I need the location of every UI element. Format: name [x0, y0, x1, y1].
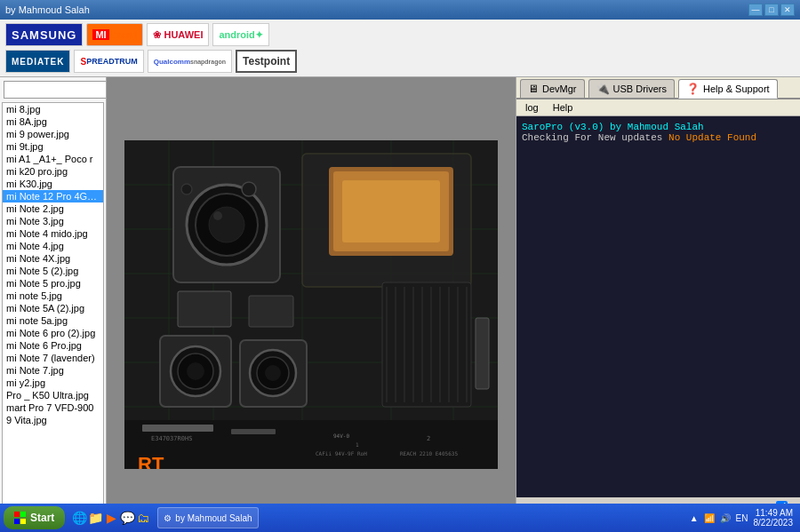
taskbar-app-label: by Mahmoud Salah — [175, 513, 252, 523]
body-area: ▼ mi 8.jpgmi 8A.jpgmi 9 power.jpgmi 9t.j… — [0, 77, 800, 532]
testpoint-logo[interactable]: Testpoint — [236, 50, 297, 73]
tab-devmgr-label: DevMgr — [542, 83, 577, 94]
file-item[interactable]: mi Note 5 (2).jpg — [3, 265, 103, 277]
tab-usb[interactable]: 🔌 USB Drivers — [588, 79, 676, 98]
brand-logos-row1: SAMSUNG MI xiaomi ❀ HUAWEI android ✦ — [5, 23, 795, 46]
start-label: Start — [30, 512, 54, 524]
tab-help-label: Help & Support — [703, 83, 770, 94]
close-button[interactable]: ✕ — [780, 4, 795, 16]
log-checking-text: Checking For New updates — [522, 132, 668, 143]
maximize-button[interactable]: □ — [764, 4, 779, 16]
center-panel: E347037R0HS 94V-0 1 2 CAFii 94V-9F RoH R… — [107, 77, 516, 532]
clock-time: 11:49 AM — [754, 508, 794, 518]
start-button[interactable]: Start — [4, 506, 65, 529]
file-item[interactable]: mi k20 pro.jpg — [3, 165, 103, 178]
title-bar: by Mahmoud Salah — □ ✕ — [0, 0, 800, 20]
file-item[interactable]: 9 Vita.jpg — [3, 414, 103, 426]
volume-icon: 🔊 — [720, 513, 731, 523]
svg-point-18 — [181, 184, 192, 195]
mediatek-logo[interactable]: MEDIATEK — [5, 50, 70, 73]
svg-rect-35 — [231, 429, 276, 434]
media-icon[interactable]: ▶ — [104, 511, 118, 525]
chat-icon[interactable]: 💬 — [120, 511, 134, 525]
file-item[interactable]: mi Note 5 pro.jpg — [3, 277, 103, 290]
file-item[interactable]: mi 9t.jpg — [3, 140, 103, 153]
svg-point-32 — [265, 365, 281, 381]
file-item[interactable]: mi Note 3.jpg — [3, 215, 103, 227]
svg-rect-24 — [249, 296, 293, 327]
minimize-button[interactable]: — — [748, 4, 763, 16]
language-indicator[interactable]: EN — [736, 513, 748, 523]
quick-launch: 🌐 📁 ▶ 💬 🗂 — [68, 511, 154, 525]
taskbar: Start 🌐 📁 ▶ 💬 🗂 ⚙ by Mahmoud Salah ▲ 📶 🔊… — [0, 504, 800, 532]
xiaomi-logo[interactable]: MI xiaomi — [86, 23, 143, 46]
spreadtrum-logo[interactable]: SPREADTRUM — [74, 50, 143, 73]
folder-icon[interactable]: 🗂 — [136, 511, 150, 525]
file-item[interactable]: mi Note 5A (2).jpg — [3, 302, 103, 314]
svg-text:CAFii 94V-9F RoH: CAFii 94V-9F RoH — [316, 450, 367, 457]
file-item[interactable]: mi Note 6 pro (2).jpg — [3, 327, 103, 339]
file-item[interactable]: mi Note 4X.jpg — [3, 252, 103, 265]
help-icon: ❓ — [686, 83, 700, 95]
svg-point-15 — [209, 207, 244, 242]
file-item[interactable]: Pro _ K50 Ultra.jpg — [3, 389, 103, 401]
tray-arrow[interactable]: ▲ — [690, 513, 699, 523]
file-item[interactable]: mi 8A.jpg — [3, 115, 103, 128]
android-logo[interactable]: android ✦ — [212, 23, 268, 46]
file-item[interactable]: mi Note 2.jpg — [3, 202, 103, 215]
file-item[interactable]: mi note 5a.jpg — [3, 314, 103, 327]
file-item[interactable]: mi y2.jpg — [3, 377, 103, 389]
huawei-logo[interactable]: ❀ HUAWEI — [147, 23, 209, 46]
log-no-update-text: No Update Found — [668, 132, 756, 143]
log-line-1: SaroPro (v3.0) by Mahmoud Salah — [522, 122, 795, 132]
taskbar-app-icon: ⚙ — [164, 513, 172, 523]
ie-icon[interactable]: 🌐 — [72, 511, 86, 525]
devmgr-icon: 🖥 — [528, 83, 539, 95]
main-content: SAMSUNG MI xiaomi ❀ HUAWEI android ✦ MED… — [0, 20, 800, 532]
main-image: E347037R0HS 94V-0 1 2 CAFii 94V-9F RoH R… — [124, 140, 498, 469]
tab-help[interactable]: ❓ Help & Support — [678, 79, 778, 99]
file-item[interactable]: mi note 5.jpg — [3, 290, 103, 302]
svg-rect-53 — [476, 318, 489, 389]
file-list[interactable]: mi 8.jpgmi 8A.jpgmi 9 power.jpgmi 9t.jpg… — [2, 102, 104, 532]
menu-help[interactable]: Help — [549, 101, 577, 114]
taskbar-tray: ▲ 📶 🔊 EN 11:49 AM 8/22/2023 — [690, 508, 796, 528]
svg-text:94V-0: 94V-0 — [333, 433, 349, 439]
right-tabs: 🖥 DevMgr 🔌 USB Drivers ❓ Help & Support — [516, 77, 800, 99]
usb-icon: 🔌 — [596, 83, 610, 95]
svg-text:REACH 2210 E405635: REACH 2210 E405635 — [400, 450, 458, 457]
clock: 11:49 AM 8/22/2023 — [754, 508, 794, 528]
search-input[interactable] — [4, 81, 107, 99]
file-item[interactable]: mi Note 7.jpg — [3, 364, 103, 377]
pcb-background: E347037R0HS 94V-0 1 2 CAFii 94V-9F RoH R… — [124, 140, 498, 469]
qualcomm-logo[interactable]: Qualcomm snapdragon — [148, 50, 232, 73]
svg-point-16 — [213, 211, 222, 220]
file-item[interactable]: mi Note 7 (lavender) — [3, 352, 103, 364]
tab-usb-label: USB Drivers — [613, 83, 668, 94]
svg-point-28 — [187, 362, 204, 380]
samsung-logo[interactable]: SAMSUNG — [5, 23, 83, 46]
file-item[interactable]: mi 8.jpg — [3, 103, 103, 115]
file-item[interactable]: mi Note 4.jpg — [3, 240, 103, 252]
explorer-icon[interactable]: 📁 — [88, 511, 102, 525]
menu-log[interactable]: log — [522, 101, 542, 114]
file-item[interactable]: mi A1 _A1+_ Poco r — [3, 153, 103, 165]
window-controls: — □ ✕ — [748, 4, 795, 16]
file-item[interactable]: mi K30.jpg — [3, 178, 103, 190]
log-line-2: Checking For New updates No Update Found — [522, 132, 795, 143]
search-box: ▼ — [4, 81, 102, 99]
window-title: by Mahmoud Salah — [5, 4, 90, 15]
file-item[interactable]: mi Note 6 Pro.jpg — [3, 339, 103, 352]
pcb-svg: E347037R0HS 94V-0 1 2 CAFii 94V-9F RoH R… — [124, 140, 498, 469]
file-item[interactable]: mart Pro 7 VFD-900 — [3, 401, 103, 414]
right-menu-bar: log Help — [516, 99, 800, 116]
taskbar-app-main[interactable]: ⚙ by Mahmoud Salah — [157, 507, 258, 528]
file-item[interactable]: mi 9 power.jpg — [3, 128, 103, 140]
svg-rect-22 — [342, 180, 440, 242]
file-item[interactable]: mi Note 4 mido.jpg — [3, 227, 103, 240]
tab-devmgr[interactable]: 🖥 DevMgr — [520, 79, 585, 98]
svg-point-17 — [242, 182, 256, 196]
file-item[interactable]: mi Note 12 Pro 4G (S — [3, 190, 103, 202]
svg-text:2: 2 — [427, 435, 430, 442]
toolbar: SAMSUNG MI xiaomi ❀ HUAWEI android ✦ MED… — [0, 20, 800, 77]
